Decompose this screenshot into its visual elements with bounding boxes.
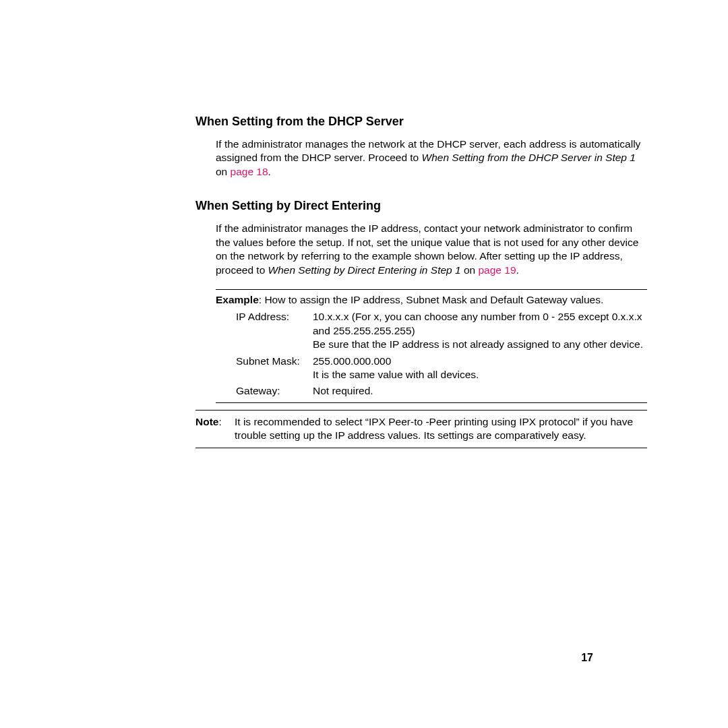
page-link-19[interactable]: page 19: [478, 264, 516, 276]
document-page: When Setting from the DHCP Server If the…: [0, 0, 728, 728]
note-block: Note: It is recommended to select “IPX P…: [195, 415, 647, 443]
label-gateway: Gateway:: [236, 384, 309, 398]
text-fragment: .: [516, 264, 519, 276]
text-italic-ref: When Setting from the DHCP Server in Ste…: [422, 152, 636, 163]
example-table: IP Address: 10.x.x.x (For x, you can cho…: [236, 310, 647, 398]
example-heading: Example: How to assign the IP address, S…: [216, 294, 647, 306]
paragraph-dhcp: If the administrator manages the network…: [216, 138, 647, 179]
paragraph-direct: If the administrator manages the IP addr…: [216, 222, 647, 277]
page-number: 17: [581, 652, 593, 664]
text-italic-ref: When Setting by Direct Entering in Step …: [268, 264, 461, 276]
value-gateway: Not required.: [313, 384, 647, 398]
label-ip-address: IP Address:: [236, 310, 309, 351]
note-text: It is recommended to select “IPX Peer-to…: [235, 415, 647, 443]
divider: [216, 289, 647, 290]
example-label: Example: [216, 294, 259, 305]
divider: [195, 448, 647, 448]
text-fragment: on: [461, 264, 479, 276]
value-subnet-mask-line1: 255.000.000.000: [313, 355, 647, 368]
heading-dhcp: When Setting from the DHCP Server: [195, 115, 647, 129]
note-label: Note:: [195, 415, 235, 443]
text-fragment: on: [216, 166, 231, 177]
divider: [195, 410, 647, 411]
value-subnet-mask-line2: It is the same value with all devices.: [313, 368, 647, 382]
divider: [216, 402, 647, 403]
text-fragment: .: [268, 166, 271, 177]
label-subnet-mask: Subnet Mask:: [236, 355, 309, 382]
value-ip-address-line1: 10.x.x.x (For x, you can choose any numb…: [313, 310, 647, 338]
heading-direct: When Setting by Direct Entering: [195, 199, 647, 213]
example-text: : How to assign the IP address, Subnet M…: [259, 294, 604, 305]
page-link-18[interactable]: page 18: [231, 166, 268, 177]
value-ip-address-line2: Be sure that the IP address is not alrea…: [313, 338, 647, 351]
